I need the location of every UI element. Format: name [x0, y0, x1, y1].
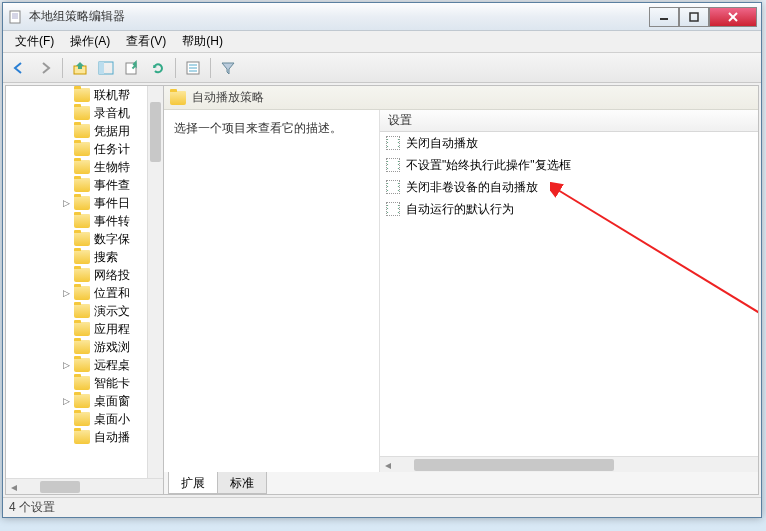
tree-item[interactable]: 联机帮: [6, 86, 147, 104]
expand-icon[interactable]: [60, 431, 72, 443]
tree-item[interactable]: 自动播: [6, 428, 147, 446]
folder-icon: [74, 394, 90, 408]
tree-item[interactable]: ▷桌面窗: [6, 392, 147, 410]
description-panel: 选择一个项目来查看它的描述。: [164, 110, 380, 472]
setting-label: 关闭非卷设备的自动播放: [406, 179, 538, 196]
forward-button[interactable]: [33, 56, 57, 80]
content-area: 联机帮录音机凭据用任务计生物特事件查▷事件日事件转数字保搜索网络投▷位置和演示文…: [5, 85, 759, 495]
tree-item-label: 数字保: [94, 231, 130, 248]
expand-icon[interactable]: [60, 413, 72, 425]
properties-button[interactable]: [181, 56, 205, 80]
tree-item-label: 网络投: [94, 267, 130, 284]
tree-item[interactable]: 演示文: [6, 302, 147, 320]
folder-icon: [74, 412, 90, 426]
tree-body[interactable]: 联机帮录音机凭据用任务计生物特事件查▷事件日事件转数字保搜索网络投▷位置和演示文…: [6, 86, 163, 478]
settings-list[interactable]: ⋮⋮关闭自动播放⋮⋮不设置"始终执行此操作"复选框⋮⋮关闭非卷设备的自动播放⋮⋮…: [380, 132, 758, 456]
expand-icon[interactable]: [60, 251, 72, 263]
filter-button[interactable]: [216, 56, 240, 80]
scrollbar-thumb[interactable]: [40, 481, 80, 493]
tree-item[interactable]: ▷事件日: [6, 194, 147, 212]
folder-icon: [74, 214, 90, 228]
tree-vertical-scrollbar[interactable]: [147, 86, 163, 478]
tree-item[interactable]: 智能卡: [6, 374, 147, 392]
list-horizontal-scrollbar[interactable]: ◂: [380, 456, 758, 472]
setting-row[interactable]: ⋮⋮不设置"始终执行此操作"复选框: [380, 154, 758, 176]
folder-icon: [74, 250, 90, 264]
tab-extended[interactable]: 扩展: [168, 472, 218, 494]
folder-icon: [74, 358, 90, 372]
close-button[interactable]: [709, 7, 757, 27]
tree-horizontal-scrollbar[interactable]: ◂: [6, 478, 163, 494]
tree-item[interactable]: ▷远程桌: [6, 356, 147, 374]
menu-file[interactable]: 文件(F): [7, 30, 62, 53]
tree-item-label: 事件转: [94, 213, 130, 230]
folder-icon: [74, 268, 90, 282]
tree-item[interactable]: 录音机: [6, 104, 147, 122]
tree-item[interactable]: 数字保: [6, 230, 147, 248]
expand-icon[interactable]: [60, 305, 72, 317]
expand-icon[interactable]: [60, 89, 72, 101]
folder-icon: [74, 106, 90, 120]
menu-view[interactable]: 查看(V): [118, 30, 174, 53]
refresh-button[interactable]: [146, 56, 170, 80]
setting-row[interactable]: ⋮⋮关闭自动播放: [380, 132, 758, 154]
maximize-button[interactable]: [679, 7, 709, 27]
setting-row[interactable]: ⋮⋮关闭非卷设备的自动播放: [380, 176, 758, 198]
tree-item[interactable]: 任务计: [6, 140, 147, 158]
menubar: 文件(F) 操作(A) 查看(V) 帮助(H): [3, 31, 761, 53]
toolbar: [3, 53, 761, 83]
expand-icon[interactable]: [60, 179, 72, 191]
app-icon: [7, 9, 23, 25]
tree-item[interactable]: 游戏浏: [6, 338, 147, 356]
window-title: 本地组策略编辑器: [29, 8, 649, 25]
tree-item[interactable]: 生物特: [6, 158, 147, 176]
expand-icon[interactable]: [60, 269, 72, 281]
expand-icon[interactable]: ▷: [60, 287, 72, 299]
tree-item[interactable]: ▷位置和: [6, 284, 147, 302]
tree-item[interactable]: 桌面小: [6, 410, 147, 428]
tree-item[interactable]: 事件查: [6, 176, 147, 194]
tree-item-label: 桌面窗: [94, 393, 130, 410]
column-header-setting[interactable]: 设置: [380, 110, 758, 132]
expand-icon[interactable]: ▷: [60, 395, 72, 407]
folder-icon: [74, 124, 90, 138]
scrollbar-thumb[interactable]: [414, 459, 614, 471]
expand-icon[interactable]: ▷: [60, 197, 72, 209]
tree-item-label: 生物特: [94, 159, 130, 176]
tree-item-label: 任务计: [94, 141, 130, 158]
folder-icon: [74, 430, 90, 444]
tree-item-label: 自动播: [94, 429, 130, 446]
setting-row[interactable]: ⋮⋮自动运行的默认行为: [380, 198, 758, 220]
expand-icon[interactable]: ▷: [60, 359, 72, 371]
tree-item-label: 远程桌: [94, 357, 130, 374]
expand-icon[interactable]: [60, 161, 72, 173]
tree-item[interactable]: 事件转: [6, 212, 147, 230]
tree-item[interactable]: 网络投: [6, 266, 147, 284]
menu-action[interactable]: 操作(A): [62, 30, 118, 53]
folder-icon: [74, 160, 90, 174]
tab-standard[interactable]: 标准: [217, 472, 267, 494]
separator-icon: [62, 58, 63, 78]
expand-icon[interactable]: [60, 143, 72, 155]
up-button[interactable]: [68, 56, 92, 80]
tree-item[interactable]: 搜索: [6, 248, 147, 266]
setting-icon: ⋮⋮: [386, 158, 400, 172]
menu-help[interactable]: 帮助(H): [174, 30, 231, 53]
expand-icon[interactable]: [60, 323, 72, 335]
tree-item-label: 智能卡: [94, 375, 130, 392]
folder-icon: [74, 322, 90, 336]
tree-item[interactable]: 凭据用: [6, 122, 147, 140]
setting-icon: ⋮⋮: [386, 202, 400, 216]
minimize-button[interactable]: [649, 7, 679, 27]
folder-icon: [74, 286, 90, 300]
expand-icon[interactable]: [60, 377, 72, 389]
expand-icon[interactable]: [60, 341, 72, 353]
tree-item[interactable]: 应用程: [6, 320, 147, 338]
expand-icon[interactable]: [60, 233, 72, 245]
expand-icon[interactable]: [60, 215, 72, 227]
expand-icon[interactable]: [60, 125, 72, 137]
export-button[interactable]: [120, 56, 144, 80]
expand-icon[interactable]: [60, 107, 72, 119]
back-button[interactable]: [7, 56, 31, 80]
show-hide-tree-button[interactable]: [94, 56, 118, 80]
